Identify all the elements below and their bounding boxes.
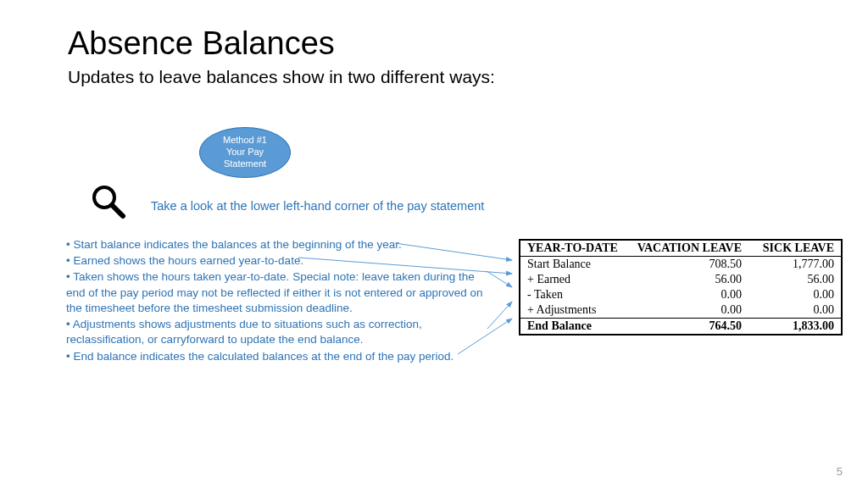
row-label: + Adjustments — [520, 302, 630, 319]
magnifier-icon — [89, 182, 128, 225]
oval-line1: Method #1 — [223, 135, 267, 147]
table-row: Start Balance 708.50 1,777.00 — [520, 257, 842, 273]
cell: 0.00 — [630, 287, 748, 302]
row-label: Start Balance — [520, 257, 630, 273]
table-row: + Adjustments 0.00 0.00 — [520, 302, 842, 319]
oval-line3: Statement — [224, 158, 266, 170]
table-footer-row: End Balance 764.50 1,833.00 — [520, 319, 842, 336]
col-header: SICK LEAVE — [748, 240, 842, 257]
bullet-item: • Earned shows the hours earned year-to-… — [66, 253, 494, 269]
cell: 0.00 — [748, 287, 842, 302]
table-row: + Earned 56.00 56.00 — [520, 272, 842, 287]
row-label: - Taken — [520, 287, 630, 302]
slide: Absence Balances Updates to leave balanc… — [0, 0, 868, 488]
page-number: 5 — [837, 465, 843, 478]
cell: 0.00 — [748, 302, 842, 319]
cell: 56.00 — [630, 272, 748, 287]
ytd-table: YEAR-TO-DATE VACATION LEAVE SICK LEAVE S… — [519, 239, 843, 336]
col-header: YEAR-TO-DATE — [520, 240, 630, 257]
page-title: Absence Balances — [68, 25, 809, 62]
row-label: End Balance — [520, 319, 630, 336]
cell: 56.00 — [748, 272, 842, 287]
bullet-item: • Taken shows the hours taken year-to-da… — [66, 269, 494, 316]
oval-line2: Your Pay — [226, 147, 264, 158]
table-row: - Taken 0.00 0.00 — [520, 287, 842, 302]
subtitle: Updates to leave balances show in two di… — [68, 67, 809, 87]
bullet-list: • Start balance indicates the balances a… — [66, 237, 494, 365]
cell: 764.50 — [630, 319, 748, 336]
bullet-item: • Adjustments shows adjustments due to s… — [66, 317, 494, 347]
method-oval: Method #1 Your Pay Statement — [199, 127, 291, 178]
row-label: + Earned — [520, 272, 630, 287]
bullet-item: • End balance indicates the calculated b… — [66, 349, 494, 364]
col-header: VACATION LEAVE — [630, 240, 748, 257]
cell: 1,833.00 — [748, 319, 842, 336]
instruction-text: Take a look at the lower left-hand corne… — [151, 199, 484, 213]
cell: 0.00 — [630, 302, 748, 319]
table-header-row: YEAR-TO-DATE VACATION LEAVE SICK LEAVE — [520, 240, 842, 257]
cell: 708.50 — [630, 257, 748, 273]
bullet-item: • Start balance indicates the balances a… — [66, 237, 494, 252]
svg-line-1 — [112, 205, 123, 216]
cell: 1,777.00 — [748, 257, 842, 273]
